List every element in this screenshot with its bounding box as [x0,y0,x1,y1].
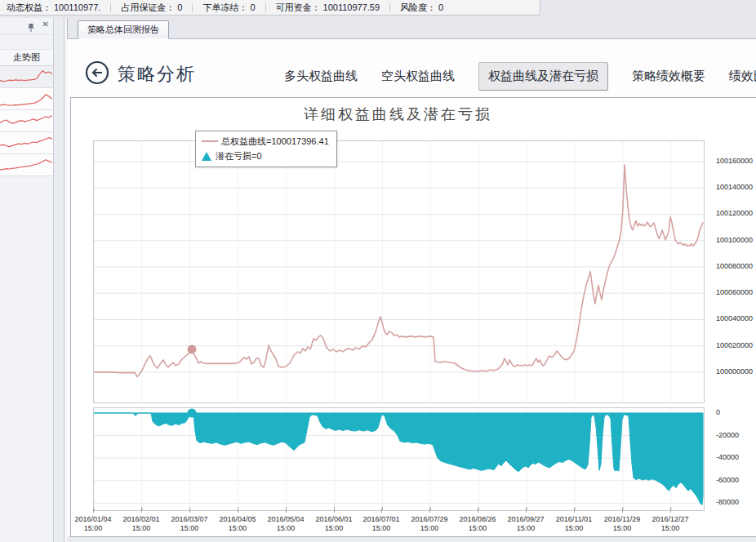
nav-long-equity-curve[interactable]: 多头权益曲线 [284,69,358,84]
y-axis-label: -40000 [716,453,739,461]
sparkline-cell[interactable] [0,110,53,132]
legend-equity-label: 总权益曲线=100017396.41 [221,136,329,148]
main-area: 策略总体回测报告 策略分析 多头权益曲线 空头权益曲线 权益曲线及潜在亏损 策略… [67,18,756,542]
stat-used-margin: 占用保证金：0 [121,2,182,14]
y-axis-label: -80000 [716,498,739,506]
x-axis-label: 2016/11/2915:00 [594,515,650,533]
stat-value: 0 [177,2,182,12]
chart-title: 详细权益曲线及潜在亏损 [93,104,703,124]
sparkline-cell[interactable] [0,66,53,88]
stat-value: 0 [250,2,255,12]
legend-loss-label: 潜在亏损=0 [216,150,262,162]
y-axis-label: 100100000 [716,236,753,244]
stat-label: 可用资金： [276,2,321,14]
trend-chart-tab[interactable]: 走势图 [0,49,53,66]
y-axis-label: 100020000 [716,341,753,349]
stat-value: 100110977.59 [323,2,380,12]
panel-splitter[interactable] [54,18,68,542]
sparkline-cell[interactable] [0,132,53,154]
x-axis-label: 2016/04/0515:00 [210,515,265,533]
x-axis-label: 2016/07/0115:00 [354,515,409,533]
legend-equity-row: 总权益曲线=100017396.41 [202,134,329,149]
x-axis-labels: 2016/01/0415:002016/02/0115:002016/03/07… [93,512,703,535]
nav-performance-compare[interactable]: 绩效比较 [729,69,756,84]
x-axis-label: 2016/09/2715:00 [498,515,554,533]
pin-icon[interactable] [27,21,35,31]
x-axis-label: 2016/03/0715:00 [162,515,217,533]
back-button[interactable] [85,60,109,85]
trend-chart-panel: ✕ 走势图 [0,18,54,542]
x-axis-label: 2016/01/0415:00 [65,515,121,533]
y-axis-label: -20000 [716,431,739,439]
stat-risk-degree: 风险度：0 [400,2,443,14]
y-axis-label: 100120000 [716,209,753,217]
y-axis-label: 100000000 [716,367,753,375]
stat-label: 下单冻结： [202,2,247,14]
divider [192,3,193,12]
x-axis-label: 2016/08/2615:00 [450,515,505,533]
tab-backtest-report[interactable]: 策略总体回测报告 [78,20,169,39]
stat-value: 0 [438,2,443,12]
y-axis-label: 0 [716,408,720,416]
chart-legend: 总权益曲线=100017396.41 潜在亏损=0 [195,131,337,167]
loss-triangle-swatch [202,152,211,161]
stat-dynamic-equity: 动态权益：100110977. [7,2,100,14]
y-axis-label: 100140000 [716,183,753,191]
stat-available-funds: 可用资金：100110977.59 [276,2,380,14]
nav-performance-summary[interactable]: 策略绩效概要 [632,69,705,84]
divider [265,3,266,12]
y-axis-label: 100080000 [716,262,753,270]
sparkline-cell[interactable] [0,88,53,110]
loss-plot[interactable] [93,407,705,511]
stat-frozen-funds: 下单冻结：0 [202,2,255,14]
x-axis-label: 2016/05/0415:00 [258,515,314,533]
equity-y-axis: 1001600001001400001001200001001000001000… [709,140,756,402]
page-title: 策略分析 [118,62,196,87]
nav-equity-and-potential-loss[interactable]: 权益曲线及潜在亏损 [478,62,608,91]
y-axis-label: 100060000 [716,288,753,296]
report-nav: 多头权益曲线 空头权益曲线 权益曲线及潜在亏损 策略绩效概要 绩效比较 [284,60,756,92]
loss-y-axis: 0-20000-40000-60000-80000 [709,407,756,509]
panel-titlebar: ✕ [0,18,53,35]
y-axis-label: -60000 [716,476,739,484]
divider [389,3,390,12]
y-axis-label: 100160000 [716,157,753,165]
stat-label: 占用保证金： [121,2,175,14]
document-tab-bar: 策略总体回测报告 [67,18,756,39]
account-stats-bar: 动态权益：100110977. 占用保证金：0 下单冻结：0 可用资金：1001… [0,0,540,16]
x-axis-label: 2016/07/2915:00 [402,515,457,533]
nav-short-equity-curve[interactable]: 空头权益曲线 [381,69,455,84]
chart-card: 详细权益曲线及潜在亏损 总权益曲线=100017396.41 潜在亏损=0 10… [70,97,756,537]
stat-value: 100110977. [54,2,100,12]
report-content: 策略分析 多头权益曲线 空头权益曲线 权益曲线及潜在亏损 策略绩效概要 绩效比较… [67,39,756,542]
equity-plot[interactable]: 总权益曲线=100017396.41 潜在亏损=0 [93,140,705,403]
divider [110,3,111,12]
y-axis-label: 100040000 [716,314,753,322]
x-axis-label: 2016/11/0115:00 [546,515,602,533]
sparkline-chart [0,132,52,153]
equity-line-swatch [202,140,218,142]
x-axis-label: 2016/12/2715:00 [643,515,698,533]
sparkline-cell[interactable] [0,154,53,176]
stat-label: 动态权益： [7,2,51,14]
close-icon[interactable]: ✕ [42,20,49,29]
report-header: 策略分析 多头权益曲线 空头权益曲线 权益曲线及潜在亏损 策略绩效概要 绩效比较 [67,39,756,97]
sparkline-chart [0,88,52,109]
sparkline-chart [0,154,52,175]
sparkline-list [0,66,53,176]
x-axis-label: 2016/02/0115:00 [113,515,169,533]
sparkline-chart [0,110,52,131]
stat-label: 风险度： [400,2,436,14]
legend-loss-row: 潜在亏损=0 [202,149,329,163]
sparkline-chart [0,66,52,87]
